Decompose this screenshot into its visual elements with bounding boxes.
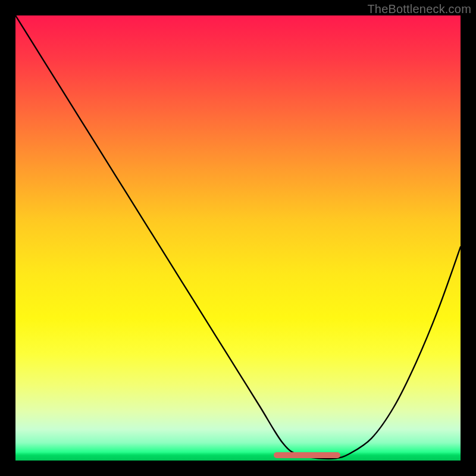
chart-frame: TheBottleneck.com <box>0 0 476 476</box>
optimal-range-marker <box>274 452 340 458</box>
attribution-text: TheBottleneck.com <box>367 2 471 16</box>
bottleneck-curve <box>15 15 461 461</box>
plot-area <box>15 15 461 461</box>
